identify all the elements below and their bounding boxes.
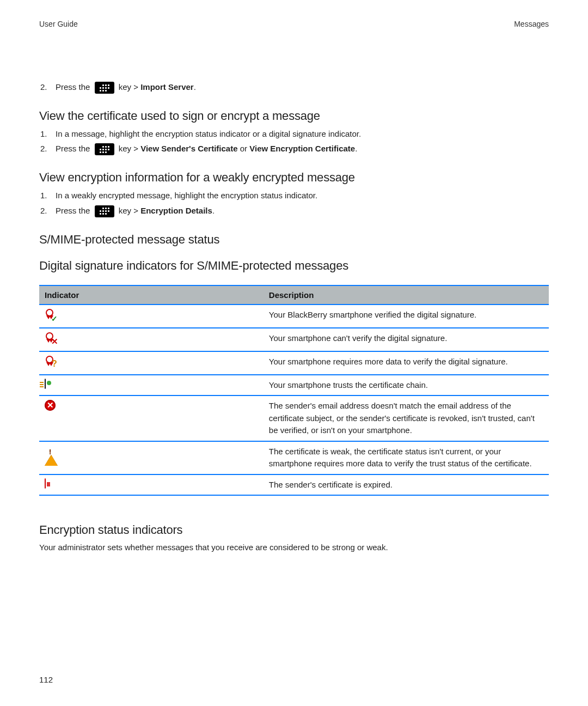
table-header: Indicator Description <box>39 285 549 305</box>
table-row: ✕ Your smartphone can't verify the digit… <box>39 328 549 351</box>
list-step: 1. In a weakly encrypted message, highli… <box>39 189 549 202</box>
header-left: User Guide <box>39 20 78 28</box>
section-heading: View the certificate used to sign or enc… <box>39 109 549 123</box>
step-text: Press the key > View Sender's Certificat… <box>56 142 549 155</box>
list-step: 1. In a message, highlight the encryptio… <box>39 127 549 140</box>
table-row: ✓ Your BlackBerry smartphone verified th… <box>39 305 549 328</box>
cert-expired-icon <box>45 478 46 489</box>
step-text: Press the key > Encryption Details. <box>56 204 549 217</box>
indicator-cell: ✕ <box>39 328 264 351</box>
signature-unverified-icon: ✕ <box>45 332 60 345</box>
section-heading: Digital signature indicators for S/MIME-… <box>39 259 549 273</box>
signature-verified-icon: ✓ <box>45 309 60 322</box>
indicator-cell: ? <box>39 351 264 375</box>
indicator-table: Indicator Description ✓ Your BlackBerry … <box>39 285 549 496</box>
blackberry-key-icon <box>95 82 114 94</box>
description-cell: The certificate is weak, the certificate… <box>264 441 549 474</box>
table-row: ? Your smartphone requires more data to … <box>39 351 549 375</box>
cert-warning-icon <box>45 446 58 455</box>
signature-needs-data-icon: ? <box>45 356 60 369</box>
list-step: 2. Press the key > Import Server. <box>39 81 549 94</box>
page-header: User Guide Messages <box>39 20 549 28</box>
table-row: The certificate is weak, the certificate… <box>39 441 549 474</box>
description-cell: Your smartphone requires more data to ve… <box>264 351 549 375</box>
description-cell: Your smartphone can't verify the digital… <box>264 328 549 351</box>
step-text: In a weakly encrypted message, highlight… <box>56 189 549 202</box>
step-number: 2. <box>39 204 56 217</box>
blackberry-key-icon <box>95 143 114 155</box>
step-number: 1. <box>39 127 56 140</box>
section-heading: Encryption status indicators <box>39 523 549 537</box>
description-cell: Your BlackBerry smartphone verified the … <box>264 305 549 328</box>
section1-steps: 1. In a message, highlight the encryptio… <box>39 127 549 155</box>
indicator-cell <box>39 441 264 474</box>
list-step: 2. Press the key > View Sender's Certifi… <box>39 142 549 155</box>
description-cell: The sender's email address doesn't match… <box>264 395 549 441</box>
step-text: Press the key > Import Server. <box>56 81 549 94</box>
header-right: Messages <box>514 20 549 28</box>
step-number: 2. <box>39 81 56 93</box>
cert-error-icon: ✕ <box>45 400 258 411</box>
list-step: 2. Press the key > Encryption Details. <box>39 204 549 217</box>
document-page: User Guide Messages 2. Press the key > I… <box>0 0 588 706</box>
section2-steps: 1. In a weakly encrypted message, highli… <box>39 189 549 217</box>
col-indicator: Indicator <box>39 285 264 305</box>
indicator-cell <box>39 474 264 496</box>
page-number: 112 <box>39 675 53 684</box>
step-number: 1. <box>39 189 56 202</box>
cert-chain-trusted-icon <box>45 379 46 389</box>
col-description: Description <box>264 285 549 305</box>
blackberry-key-icon <box>95 205 114 217</box>
intro-step-list: 2. Press the key > Import Server. <box>39 81 549 94</box>
table-row: The sender's certificate is expired. <box>39 474 549 496</box>
description-cell: Your smartphone trusts the certificate c… <box>264 375 549 396</box>
step-number: 2. <box>39 142 56 155</box>
table-row: Your smartphone trusts the certificate c… <box>39 375 549 396</box>
section-heading: S/MIME-protected message status <box>39 233 549 247</box>
indicator-cell <box>39 375 264 396</box>
body-paragraph: Your administrator sets whether messages… <box>39 541 549 554</box>
indicator-cell: ✓ <box>39 305 264 328</box>
table-row: ✕ The sender's email address doesn't mat… <box>39 395 549 441</box>
step-text: In a message, highlight the encryption s… <box>56 127 549 140</box>
indicator-cell: ✕ <box>39 395 264 441</box>
section-heading: View encryption information for a weakly… <box>39 171 549 185</box>
description-cell: The sender's certificate is expired. <box>264 474 549 496</box>
